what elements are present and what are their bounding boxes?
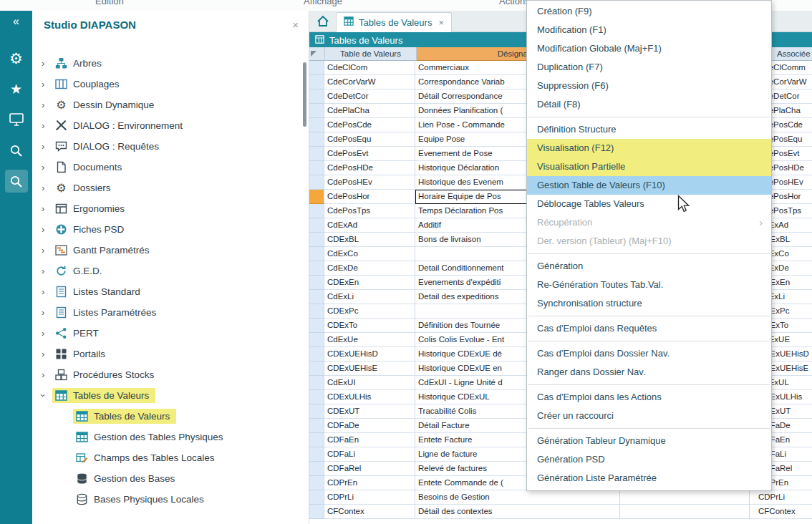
menu-item[interactable]: Détail (F8) bbox=[527, 95, 771, 114]
table-code-cell[interactable]: CdePlaCha bbox=[324, 104, 415, 118]
menu-item[interactable]: Déblocage Tables Valeurs bbox=[527, 195, 771, 213]
chevron-right-icon[interactable] bbox=[42, 100, 52, 110]
table-code-cell[interactable]: CDFaRel bbox=[324, 462, 415, 476]
table-code-cell[interactable]: CDPrLi bbox=[324, 490, 415, 505]
table-code-cell[interactable]: CdePosHor bbox=[324, 190, 415, 204]
menu-item[interactable]: Définition Structure bbox=[527, 120, 771, 139]
chevron-right-icon[interactable] bbox=[42, 307, 52, 318]
tree-item[interactable]: Champs des Tables Locales bbox=[32, 447, 300, 468]
table-code-cell[interactable]: CdePosEvt bbox=[324, 147, 415, 161]
favorites-star-icon[interactable]: ★ bbox=[5, 77, 28, 100]
table-code-cell[interactable]: CDExPc bbox=[324, 304, 415, 319]
row-selector-cell[interactable] bbox=[309, 276, 324, 290]
menu-item[interactable]: Création (F9) bbox=[527, 2, 771, 21]
row-selector-cell[interactable] bbox=[309, 175, 324, 190]
table-code-cell[interactable]: CDExBL bbox=[324, 233, 415, 247]
row-selector-cell[interactable] bbox=[309, 333, 324, 347]
search-icon[interactable] bbox=[5, 139, 28, 162]
table-code-cell[interactable]: CDExUEHisE bbox=[324, 362, 415, 376]
designation-cell[interactable]: Besoins de Gestion bbox=[415, 490, 620, 505]
row-selector-cell[interactable] bbox=[309, 376, 324, 390]
row-selector-cell[interactable] bbox=[309, 347, 324, 362]
table-code-cell[interactable]: CdePosHEv bbox=[324, 175, 415, 190]
tree-item[interactable]: Gestion des Bases bbox=[32, 468, 300, 489]
tree-item[interactable]: Gantt Paramétrés bbox=[32, 240, 300, 261]
chevron-down-icon[interactable] bbox=[42, 390, 52, 401]
chevron-right-icon[interactable] bbox=[42, 120, 52, 131]
chevron-right-icon[interactable] bbox=[42, 349, 52, 359]
row-selector-cell[interactable] bbox=[309, 261, 324, 276]
tree-item[interactable]: Tables de Valeurs bbox=[32, 385, 300, 406]
table-code-cell[interactable]: CFContex bbox=[324, 505, 415, 519]
row-selector-cell[interactable] bbox=[309, 419, 324, 433]
row-selector-cell[interactable] bbox=[309, 147, 324, 161]
menu-item[interactable]: Cas d'Emploi dans Requêtes bbox=[527, 319, 771, 338]
row-selector-cell[interactable] bbox=[309, 447, 324, 462]
tree-item[interactable]: Arbres bbox=[32, 53, 300, 74]
row-selector-cell[interactable] bbox=[309, 362, 324, 376]
menu-affichage[interactable]: Affichage bbox=[304, 0, 342, 6]
menu-item[interactable]: Synchronisation structure bbox=[527, 294, 771, 313]
column-header-table-de-valeurs[interactable]: Table de Valeurs bbox=[325, 47, 417, 61]
row-selector-cell[interactable] bbox=[309, 433, 324, 447]
tree-item[interactable]: Listes Paramétrées bbox=[32, 302, 300, 323]
designation-cell[interactable]: Détail des contextes bbox=[415, 505, 620, 519]
row-selector-cell[interactable] bbox=[309, 161, 324, 175]
tree-item[interactable]: Listes Standard bbox=[32, 281, 300, 302]
tree-item[interactable]: DIALOG : Requêtes bbox=[32, 136, 300, 157]
table-code-cell[interactable]: CdExLi bbox=[324, 290, 415, 304]
table-code-cell[interactable]: CdeClCom bbox=[324, 61, 415, 75]
chevron-right-icon[interactable] bbox=[42, 245, 52, 256]
tree-item[interactable]: Fiches PSD bbox=[32, 219, 300, 240]
settings-gear-icon[interactable]: ⚙ bbox=[5, 47, 28, 69]
table-code-cell[interactable]: CDFaDe bbox=[324, 419, 415, 433]
tree-item[interactable]: Gestion des Tables Physiques bbox=[32, 427, 300, 447]
table-code-cell[interactable]: CDExEn bbox=[324, 276, 415, 290]
table-code-cell[interactable]: CdePosCde bbox=[324, 118, 415, 132]
tree-item[interactable]: Procédures Stocks bbox=[32, 364, 300, 385]
chevron-right-icon[interactable] bbox=[42, 203, 52, 214]
menu-item[interactable]: Créer un raccourci bbox=[527, 407, 771, 425]
chevron-right-icon[interactable] bbox=[42, 141, 52, 152]
search-navigator-icon[interactable] bbox=[5, 170, 28, 193]
row-selector-cell[interactable] bbox=[309, 247, 324, 261]
tree-item[interactable]: ⚙Dessin Dynamique bbox=[32, 94, 300, 115]
menu-item[interactable]: Génération PSD bbox=[527, 450, 771, 469]
row-selector-cell[interactable] bbox=[309, 75, 324, 89]
tree-item[interactable]: DIALOG : Environnement bbox=[32, 115, 300, 136]
row-selector-cell[interactable] bbox=[309, 190, 324, 204]
row-selector-cell[interactable] bbox=[309, 476, 324, 490]
table-code-cell[interactable]: CDExUEHisD bbox=[324, 347, 415, 362]
row-selector-cell[interactable] bbox=[309, 104, 324, 118]
row-selector-cell[interactable] bbox=[309, 118, 324, 132]
row-selector-cell[interactable] bbox=[309, 304, 324, 319]
menu-edition[interactable]: Edition bbox=[95, 0, 124, 6]
associated-table-cell[interactable]: CDPrLi bbox=[750, 490, 812, 505]
menu-item[interactable]: Génération bbox=[527, 257, 771, 276]
row-selector-cell[interactable] bbox=[309, 89, 324, 104]
associated-table-cell[interactable]: CFContex bbox=[750, 505, 812, 519]
tree-item[interactable]: PERT bbox=[32, 323, 300, 344]
chevron-right-icon[interactable] bbox=[42, 286, 52, 297]
chevron-right-icon[interactable] bbox=[42, 162, 52, 173]
tree-item[interactable]: Documents bbox=[32, 157, 300, 178]
row-selector-cell[interactable] bbox=[309, 390, 324, 404]
panel-close-icon[interactable]: × bbox=[292, 19, 299, 31]
menu-item[interactable]: Génération Tableur Dynamique bbox=[527, 432, 771, 450]
table-code-cell[interactable]: CdePosHDe bbox=[324, 161, 415, 175]
menu-item[interactable]: Suppression (F6) bbox=[527, 77, 771, 95]
table-code-cell[interactable]: CdExUe bbox=[324, 333, 415, 347]
tree-item[interactable]: Ergonomies bbox=[32, 198, 300, 219]
row-selector-cell[interactable] bbox=[309, 319, 324, 333]
row-selector-cell[interactable] bbox=[309, 218, 324, 233]
table-code-cell[interactable]: CDFaLi bbox=[324, 447, 415, 462]
table-row[interactable]: CFContexDétail des contextesCFContex bbox=[309, 505, 812, 519]
row-selector-cell[interactable] bbox=[309, 462, 324, 476]
chevron-right-icon[interactable] bbox=[42, 224, 52, 235]
menu-item[interactable]: Ranger dans Dossier Nav. bbox=[527, 363, 771, 382]
tree-item[interactable]: ⚙Dossiers bbox=[32, 178, 300, 198]
table-code-cell[interactable]: CDFaEn bbox=[324, 433, 415, 447]
chevron-right-icon[interactable] bbox=[42, 58, 52, 69]
table-code-cell[interactable]: CdExCo bbox=[324, 247, 415, 261]
table-code-cell[interactable]: CDExUT bbox=[324, 404, 415, 419]
